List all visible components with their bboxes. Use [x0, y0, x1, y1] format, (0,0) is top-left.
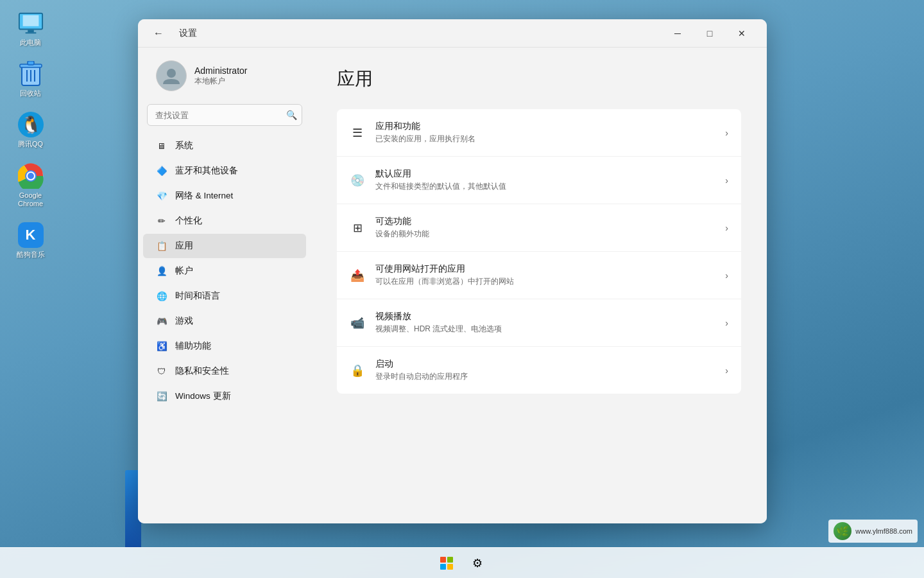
optional-features-title: 可选功能 — [375, 216, 725, 227]
svg-rect-16 — [447, 557, 453, 563]
svg-rect-1 — [22, 15, 38, 26]
window-title: 设置 — [179, 28, 197, 39]
recycle-bin-icon — [18, 61, 44, 87]
web-apps-icon: 📤 — [350, 268, 365, 283]
desktop-icon-recycle-bin[interactable]: 回收站 — [6, 57, 55, 101]
web-apps-chevron-icon: › — [725, 270, 728, 281]
apps-features-title: 应用和功能 — [375, 121, 725, 132]
desktop-icon-qq[interactable]: 🐧 腾讯QQ — [6, 108, 55, 152]
svg-rect-6 — [28, 61, 34, 65]
startup-chevron-icon: › — [725, 365, 728, 376]
privacy-nav-icon: 🛡 — [156, 365, 167, 377]
sidebar-item-apps[interactable]: 📋应用 — [143, 234, 306, 258]
sidebar-item-bluetooth[interactable]: 🔷蓝牙和其他设备 — [143, 159, 306, 183]
sidebar: Administrator 本地帐户 🔍 🖥系统🔷蓝牙和其他设备💎网络 & In… — [138, 48, 311, 523]
close-button[interactable]: ✕ — [727, 23, 757, 44]
sidebar-item-system[interactable]: 🖥系统 — [143, 134, 306, 158]
watermark-logo: 🌿 — [834, 522, 851, 540]
watermark-text: www.ylmf888.com — [855, 527, 912, 535]
search-box: 🔍 — [147, 104, 302, 126]
network-nav-label: 网络 & Internet — [175, 190, 233, 202]
back-button[interactable]: ← — [148, 23, 169, 44]
accessibility-nav-label: 辅助功能 — [175, 340, 211, 352]
settings-item-web-apps[interactable]: 📤可使用网站打开的应用可以在应用（而非浏览器）中打开的网站› — [337, 252, 741, 299]
apps-features-text: 应用和功能已安装的应用，应用执行别名 — [375, 121, 725, 144]
gaming-nav-icon: 🎮 — [156, 315, 167, 327]
settings-item-startup[interactable]: 🔒启动登录时自动启动的应用程序› — [337, 347, 741, 394]
sidebar-item-network[interactable]: 💎网络 & Internet — [143, 184, 306, 208]
privacy-nav-label: 隐私和安全性 — [175, 365, 229, 377]
minimize-button[interactable]: ─ — [663, 23, 692, 44]
my-computer-icon — [18, 10, 44, 36]
start-button[interactable] — [434, 550, 459, 576]
video-playback-chevron-icon: › — [725, 318, 728, 328]
qq-icon: 🐧 — [18, 112, 44, 137]
accounts-nav-label: 帐户 — [175, 265, 193, 277]
startup-desc: 登录时自动启动的应用程序 — [375, 371, 725, 382]
desktop-icons-container: 此电脑 回收站 🐧 腾讯QQ — [6, 6, 55, 263]
taskbar: ⚙ — [0, 547, 924, 578]
gaming-nav-label: 游戏 — [175, 315, 193, 327]
page-title: 应用 — [337, 67, 741, 91]
user-type: 本地帐户 — [194, 76, 247, 87]
web-apps-desc: 可以在应用（而非浏览器）中打开的网站 — [375, 276, 725, 287]
startup-text: 启动登录时自动启动的应用程序 — [375, 358, 725, 382]
user-profile[interactable]: Administrator 本地帐户 — [143, 53, 306, 99]
optional-features-chevron-icon: › — [725, 223, 728, 233]
sidebar-item-time[interactable]: 🌐时间和语言 — [143, 284, 306, 308]
startup-title: 启动 — [375, 358, 725, 370]
sidebar-item-accessibility[interactable]: ♿辅助功能 — [143, 334, 306, 358]
maximize-button[interactable]: □ — [695, 23, 724, 44]
bluetooth-nav-label: 蓝牙和其他设备 — [175, 165, 238, 177]
web-apps-title: 可使用网站打开的应用 — [375, 263, 725, 275]
svg-rect-15 — [440, 557, 446, 563]
updates-nav-icon: 🔄 — [156, 390, 167, 402]
search-input[interactable] — [147, 104, 302, 126]
user-name: Administrator — [194, 66, 247, 76]
sidebar-item-accounts[interactable]: 👤帐户 — [143, 259, 306, 283]
desktop-icon-kugou[interactable]: K 酷狗音乐 — [6, 218, 55, 263]
apps-features-icon: ☰ — [350, 125, 365, 141]
main-content: 应用 ☰应用和功能已安装的应用，应用执行别名›💿默认应用文件和链接类型的默认值，… — [311, 48, 767, 523]
sidebar-item-updates[interactable]: 🔄Windows 更新 — [143, 384, 306, 408]
optional-features-text: 可选功能设备的额外功能 — [375, 216, 725, 240]
sidebar-item-gaming[interactable]: 🎮游戏 — [143, 309, 306, 333]
svg-point-14 — [167, 69, 176, 78]
svg-rect-18 — [447, 564, 453, 570]
desktop-icon-chrome[interactable]: Google Chrome — [6, 159, 55, 212]
bluetooth-nav-icon: 🔷 — [156, 165, 167, 177]
sidebar-item-privacy[interactable]: 🛡隐私和安全性 — [143, 359, 306, 383]
system-nav-label: 系统 — [175, 140, 193, 152]
desktop-icon-my-computer[interactable]: 此电脑 — [6, 6, 55, 51]
optional-features-desc: 设备的额外功能 — [375, 229, 725, 240]
search-icon[interactable]: 🔍 — [286, 110, 297, 120]
svg-point-13 — [28, 173, 34, 179]
nav-list: 🖥系统🔷蓝牙和其他设备💎网络 & Internet✏个性化📋应用👤帐户🌐时间和语… — [138, 134, 311, 408]
chrome-label: Google Chrome — [10, 191, 51, 208]
qq-label: 腾讯QQ — [18, 140, 43, 148]
apps-nav-label: 应用 — [175, 240, 193, 252]
taskbar-settings-button[interactable]: ⚙ — [465, 550, 490, 576]
apps-features-desc: 已安装的应用，应用执行别名 — [375, 134, 725, 144]
recycle-bin-label: 回收站 — [20, 89, 41, 98]
startup-icon: 🔒 — [350, 363, 365, 378]
settings-item-apps-features[interactable]: ☰应用和功能已安装的应用，应用执行别名› — [337, 109, 741, 157]
title-bar: ← 设置 ─ □ ✕ — [138, 19, 767, 48]
svg-rect-17 — [440, 564, 446, 570]
sidebar-item-personalization[interactable]: ✏个性化 — [143, 209, 306, 233]
video-playback-desc: 视频调整、HDR 流式处理、电池选项 — [375, 324, 725, 335]
default-apps-text: 默认应用文件和链接类型的默认值，其他默认值 — [375, 168, 725, 192]
title-bar-nav: ← 设置 — [148, 23, 197, 44]
settings-item-video-playback[interactable]: 📹视频播放视频调整、HDR 流式处理、电池选项› — [337, 299, 741, 347]
settings-item-default-apps[interactable]: 💿默认应用文件和链接类型的默认值，其他默认值› — [337, 157, 741, 204]
time-nav-label: 时间和语言 — [175, 290, 220, 302]
video-playback-icon: 📹 — [350, 315, 365, 331]
svg-rect-3 — [25, 32, 36, 33]
personalization-nav-icon: ✏ — [156, 215, 167, 227]
settings-window: ← 设置 ─ □ ✕ — [138, 19, 767, 523]
kugou-label: 酷狗音乐 — [17, 250, 45, 259]
settings-item-optional-features[interactable]: ⊞可选功能设备的额外功能› — [337, 204, 741, 252]
user-avatar — [156, 60, 187, 91]
apps-features-chevron-icon: › — [725, 128, 728, 138]
default-apps-desc: 文件和链接类型的默认值，其他默认值 — [375, 181, 725, 192]
